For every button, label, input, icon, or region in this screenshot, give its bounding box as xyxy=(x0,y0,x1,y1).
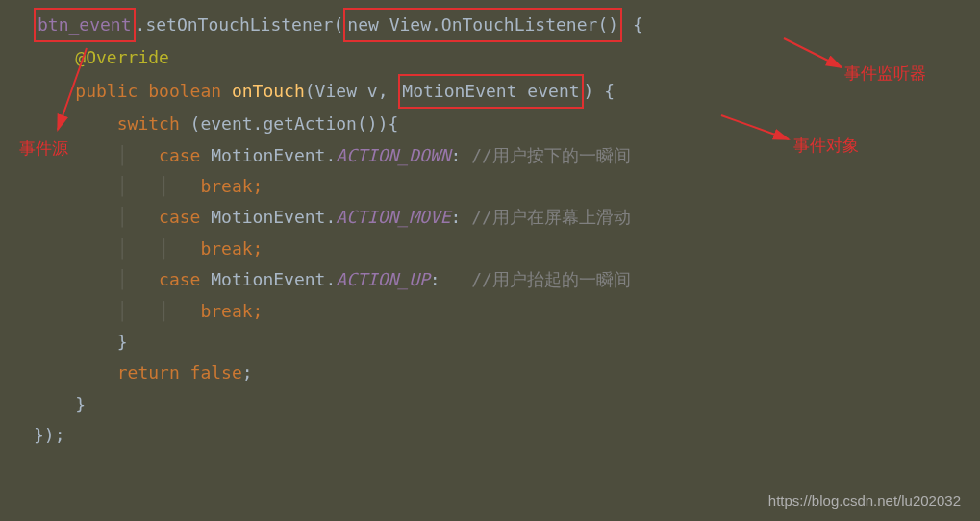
highlight-box-motion-event: MotionEvent event xyxy=(398,74,583,109)
highlight-box-listener: new View.OnTouchListener() xyxy=(343,8,622,42)
svg-line-2 xyxy=(721,115,789,139)
arrow-event-object xyxy=(716,111,798,159)
label-event-listener: 事件监听器 xyxy=(844,60,926,89)
watermark: https://blog.csdn.net/lu202032 xyxy=(768,487,961,513)
code-line-12: return false; xyxy=(0,358,980,388)
arrow-event-listener xyxy=(779,34,851,82)
highlight-box-btn-event: btn_event xyxy=(34,8,136,42)
svg-line-1 xyxy=(784,38,842,67)
code-line-9: │ case MotionEvent.ACTION_UP: //用户抬起的一瞬间 xyxy=(0,264,980,295)
code-line-8: │ │ break; xyxy=(0,234,980,264)
arrow-event-source xyxy=(53,43,91,149)
code-line-10: │ │ break; xyxy=(0,296,980,327)
code-line-13: } xyxy=(0,389,980,420)
code-line-6: │ │ break; xyxy=(0,171,980,202)
code-line-7: │ case MotionEvent.ACTION_MOVE: //用户在屏幕上… xyxy=(0,202,980,233)
label-event-source: 事件源 xyxy=(19,135,68,164)
label-event-object: 事件对象 xyxy=(793,132,859,161)
code-line-14: }); xyxy=(0,420,980,451)
svg-line-0 xyxy=(58,48,87,130)
code-line-11: } xyxy=(0,327,980,358)
